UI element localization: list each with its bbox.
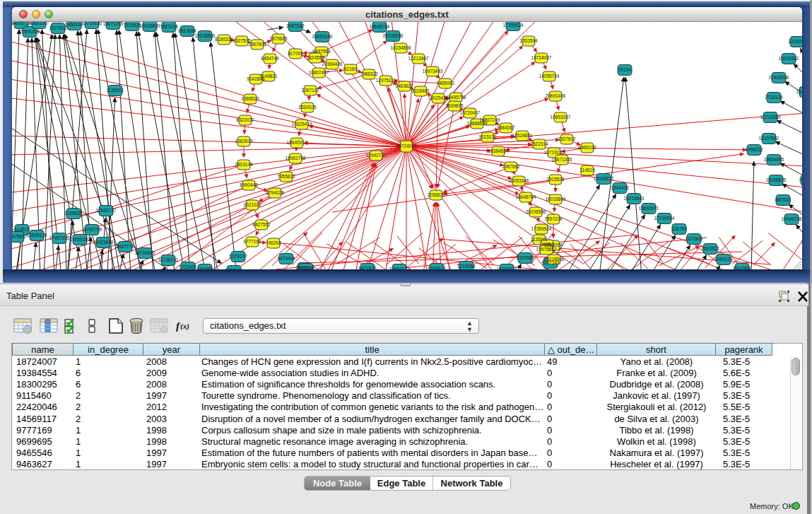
svg-text:126753: 126753 bbox=[671, 226, 687, 231]
svg-text:8322037: 8322037 bbox=[236, 117, 254, 122]
svg-text:1121506: 1121506 bbox=[686, 236, 703, 241]
svg-text:9884067: 9884067 bbox=[497, 125, 515, 130]
svg-text:12093872: 12093872 bbox=[594, 176, 614, 181]
svg-text:18640910: 18640910 bbox=[287, 140, 307, 145]
svg-text:7857224: 7857224 bbox=[160, 24, 178, 29]
svg-text:19166825: 19166825 bbox=[766, 177, 787, 182]
svg-text:114519: 114519 bbox=[14, 227, 30, 232]
svg-text:16648784: 16648784 bbox=[370, 24, 390, 29]
svg-text:2718126: 2718126 bbox=[765, 95, 783, 100]
svg-text:9245612: 9245612 bbox=[428, 266, 446, 269]
svg-text:16409948: 16409948 bbox=[796, 89, 802, 94]
svg-text:12942737: 12942737 bbox=[366, 153, 387, 158]
svg-text:2226058: 2226058 bbox=[788, 39, 802, 44]
svg-text:8938914: 8938914 bbox=[225, 268, 243, 269]
svg-text:2530025: 2530025 bbox=[298, 105, 317, 110]
svg-text:9329966: 9329966 bbox=[516, 255, 534, 260]
svg-text:10654122: 10654122 bbox=[389, 267, 410, 269]
svg-text:9699695: 9699695 bbox=[445, 103, 464, 108]
svg-text:19975857: 19975857 bbox=[536, 247, 557, 252]
svg-text:15751074: 15751074 bbox=[497, 267, 517, 269]
svg-text:7515526: 7515526 bbox=[546, 177, 565, 182]
svg-text:164095: 164095 bbox=[197, 267, 213, 269]
svg-text:8186323: 8186323 bbox=[215, 37, 233, 42]
svg-text:20053346: 20053346 bbox=[509, 178, 529, 183]
svg-text:18724007: 18724007 bbox=[531, 55, 552, 60]
svg-text:12505135: 12505135 bbox=[27, 233, 47, 238]
svg-text:8813054: 8813054 bbox=[178, 28, 196, 33]
svg-text:16671355: 16671355 bbox=[552, 157, 572, 162]
svg-text:10653267: 10653267 bbox=[551, 115, 571, 119]
svg-text:1156829: 1156829 bbox=[65, 211, 83, 216]
svg-text:10807487: 10807487 bbox=[309, 70, 329, 75]
svg-text:16961758: 16961758 bbox=[286, 156, 306, 160]
svg-text:1409144: 1409144 bbox=[801, 239, 802, 244]
svg-text:2087682: 2087682 bbox=[286, 23, 305, 28]
svg-text:20691406: 20691406 bbox=[20, 29, 40, 34]
svg-text:6466160: 6466160 bbox=[65, 22, 83, 27]
svg-text:1135001: 1135001 bbox=[107, 88, 124, 93]
svg-text:7955812: 7955812 bbox=[277, 174, 295, 179]
svg-text:20206556: 20206556 bbox=[526, 209, 546, 214]
svg-text:10973493: 10973493 bbox=[423, 69, 443, 74]
svg-text:2803144: 2803144 bbox=[235, 162, 253, 167]
svg-text:6379197: 6379197 bbox=[229, 254, 247, 259]
svg-text:19218506: 19218506 bbox=[544, 257, 565, 262]
svg-text:8454749: 8454749 bbox=[261, 56, 279, 61]
svg-text:6497568: 6497568 bbox=[312, 49, 331, 54]
svg-text:887833: 887833 bbox=[775, 197, 791, 202]
svg-text:19654985: 19654985 bbox=[764, 157, 784, 162]
svg-text:8912958: 8912958 bbox=[733, 266, 751, 269]
svg-text:12213967: 12213967 bbox=[408, 56, 429, 61]
svg-text:7625402: 7625402 bbox=[799, 177, 802, 182]
svg-text:18724007: 18724007 bbox=[396, 144, 417, 148]
svg-text:16033809: 16033809 bbox=[140, 23, 160, 28]
svg-text:1527602: 1527602 bbox=[558, 136, 576, 141]
svg-text:17957255: 17957255 bbox=[49, 235, 70, 240]
svg-text:9657771: 9657771 bbox=[116, 244, 134, 249]
svg-text:1353594: 1353594 bbox=[519, 38, 538, 43]
svg-text:12923468: 12923468 bbox=[93, 240, 114, 245]
svg-text:9474444: 9474444 bbox=[277, 256, 295, 261]
svg-text:7663822: 7663822 bbox=[701, 246, 719, 251]
svg-text:3875685: 3875685 bbox=[269, 36, 288, 41]
svg-text:7485063: 7485063 bbox=[436, 81, 454, 86]
svg-text:10719155: 10719155 bbox=[544, 150, 565, 155]
svg-text:39154: 39154 bbox=[541, 242, 553, 247]
svg-text:1615132: 1615132 bbox=[478, 134, 497, 139]
svg-text:16671355: 16671355 bbox=[103, 22, 124, 26]
svg-text:15692971: 15692971 bbox=[639, 206, 659, 211]
svg-text:8471676: 8471676 bbox=[358, 266, 377, 269]
svg-text:14136141: 14136141 bbox=[158, 257, 179, 262]
svg-text:2522314: 2522314 bbox=[530, 141, 548, 146]
svg-text:13524851: 13524851 bbox=[512, 133, 533, 138]
svg-text:12213389: 12213389 bbox=[760, 115, 781, 119]
svg-text:9777169: 9777169 bbox=[243, 239, 261, 244]
svg-text:1498222: 1498222 bbox=[745, 147, 763, 152]
svg-text:16782759: 16782759 bbox=[82, 227, 102, 232]
svg-text:9115460: 9115460 bbox=[412, 88, 430, 93]
svg-text:817006: 817006 bbox=[288, 51, 303, 56]
svg-text:1588520: 1588520 bbox=[241, 96, 259, 101]
svg-text:1362615: 1362615 bbox=[235, 139, 253, 144]
svg-text:3824554: 3824554 bbox=[306, 55, 324, 60]
svg-text:12942737: 12942737 bbox=[96, 208, 117, 213]
svg-text:62160: 62160 bbox=[344, 66, 357, 71]
svg-text:1733426: 1733426 bbox=[179, 264, 197, 269]
svg-text:6466160: 6466160 bbox=[578, 145, 596, 150]
svg-text:20364436: 20364436 bbox=[322, 62, 343, 66]
svg-text:17016504: 17016504 bbox=[654, 216, 675, 221]
svg-text:13495758: 13495758 bbox=[446, 95, 466, 100]
svg-text:1156829: 1156829 bbox=[428, 192, 445, 197]
svg-text:6794028: 6794028 bbox=[266, 190, 284, 195]
svg-text:1527602: 1527602 bbox=[49, 25, 67, 30]
svg-text:7986322: 7986322 bbox=[360, 71, 378, 76]
svg-text:14055724: 14055724 bbox=[539, 74, 560, 78]
svg-text:16154808: 16154808 bbox=[391, 45, 411, 50]
svg-text:16648784: 16648784 bbox=[516, 194, 536, 199]
svg-text:7515526: 7515526 bbox=[123, 23, 141, 28]
svg-text:19384554: 19384554 bbox=[488, 148, 509, 153]
svg-text:20206556: 20206556 bbox=[383, 33, 404, 38]
svg-text:8990448: 8990448 bbox=[240, 182, 258, 187]
svg-text:2967608: 2967608 bbox=[248, 42, 266, 47]
